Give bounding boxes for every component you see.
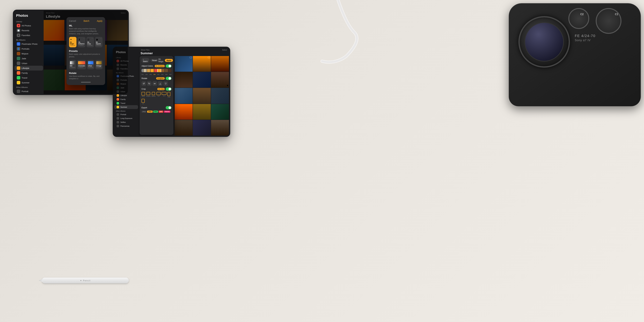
crop-square[interactable]: Square (152, 92, 156, 98)
large-panoramas-icon (116, 125, 119, 127)
rp-4[interactable] (175, 72, 192, 88)
large-selfies-label: Selfies (120, 121, 136, 123)
large-long-exposure-label: Long Exposure (120, 117, 136, 119)
rp-2[interactable] (193, 56, 211, 72)
ipad-small: Photos Library ⊞ All Photos 🕐 Recents ♥ … (13, 10, 129, 95)
flip-h-button[interactable]: ⇔ (152, 81, 157, 86)
sidebar-item-mojave[interactable]: Mojave (14, 51, 43, 56)
ml-panel-header: ‹ Batch Reset ML Magic Apply (142, 58, 172, 63)
rp-5[interactable] (193, 72, 211, 88)
sidebar-item-jade[interactable]: Jade (14, 56, 43, 61)
crop-169-icon (162, 92, 166, 95)
format-jpg-active[interactable]: JPEG (147, 110, 152, 113)
pencil-body: ✦ Pencil (42, 278, 129, 283)
rp-14[interactable] (193, 120, 211, 136)
batch-back-button[interactable]: ‹ Batch (142, 58, 149, 63)
sidebar-item-long-exposure[interactable]: Long Exposure (14, 94, 43, 94)
rotate-right: Straighten (156, 77, 172, 80)
batch-button[interactable]: Batch (84, 20, 89, 22)
sidebar-large-long-exposure[interactable]: Long Exposure (114, 116, 138, 120)
rp-8[interactable] (193, 88, 211, 104)
export-toggle[interactable] (166, 106, 172, 109)
sidebar-large-travel[interactable]: Travel (114, 101, 138, 105)
workflow-ml-square[interactable]: ··· ▣ ML Square 6 actions (95, 37, 102, 47)
bw-sub: 2 actions (70, 67, 75, 68)
sidebar-item-lifestyle[interactable]: Lifestyle (14, 66, 43, 70)
jade-icon (17, 57, 20, 60)
rotate-ccw-button[interactable]: ↺ (142, 81, 146, 86)
sidebar-item-pixelmator[interactable]: Px Pixelmator Photo (14, 42, 43, 46)
sidebar-large-summer[interactable]: Summer (114, 105, 138, 109)
format-jpeg[interactable]: JPEG (142, 110, 146, 113)
crop-169[interactable]: 16:9 (162, 92, 166, 98)
sidebar-item-summer[interactable]: Summer (14, 80, 43, 85)
sidebar-large-panoramas[interactable]: Panoramas (114, 124, 138, 128)
sidebar-item-urban[interactable]: Urban (14, 61, 43, 66)
sidebar-item-all-photos[interactable]: ⊞ All Photos (14, 23, 43, 28)
rp-3[interactable] (211, 56, 229, 72)
travel-icon (17, 76, 20, 80)
sidebar-large-portrait-album[interactable]: Portrait (114, 112, 138, 116)
crop-none[interactable]: None (142, 92, 145, 98)
ml-enhance-sub: 2 actions (78, 44, 84, 46)
sidebar-item-portraits[interactable]: 👤 Portraits (14, 46, 43, 51)
color-strip-labels: 001 002 003 ON 001 002 003 004 (142, 74, 172, 75)
rp-10[interactable] (175, 104, 192, 120)
crop-916[interactable]: 9:16 (168, 92, 170, 98)
rp-15[interactable] (211, 120, 229, 136)
crop-toggle[interactable] (166, 88, 172, 91)
sidebar-large-selfies[interactable]: Selfies (114, 120, 138, 124)
show-files-large[interactable]: Show Files (141, 49, 150, 51)
crop-original[interactable]: Original (146, 92, 150, 98)
travel-label: Travel (22, 77, 41, 79)
format-png[interactable]: PNG (153, 110, 158, 113)
rp-6[interactable]: ♥ (211, 72, 229, 88)
sidebar-item-travel[interactable]: Travel (14, 75, 43, 80)
rp-9[interactable] (211, 88, 229, 104)
rp-7[interactable] (175, 88, 192, 104)
sidebar-item-portrait[interactable]: Portrait (14, 89, 43, 94)
preset-cinematic[interactable]: ··· Cinematic 7 actions (77, 60, 86, 70)
rp-11[interactable] (193, 104, 211, 120)
crop-85[interactable]: 8:5 (156, 92, 161, 98)
ml-apply-button[interactable]: Apply (165, 59, 173, 62)
summer-icon (17, 81, 20, 84)
rotate-cw-button[interactable]: ↻ (147, 81, 152, 86)
crop-label: Crop (142, 88, 146, 90)
rp-12[interactable] (211, 104, 229, 120)
adjust-colors-toggle[interactable] (166, 64, 172, 68)
large-selfies-icon (116, 121, 119, 124)
flip-v-button[interactable]: △ (158, 81, 162, 86)
reset-button[interactable]: Reset (150, 59, 158, 62)
ml-square-label: ML Square (96, 42, 102, 44)
rotate-toggle[interactable] (166, 77, 172, 80)
select-large[interactable]: Select (222, 49, 227, 51)
format-photo[interactable]: PHOTO (164, 110, 170, 113)
ml-enhance-dots: ··· (83, 38, 84, 39)
rp-13[interactable] (175, 120, 192, 136)
cancel-button[interactable]: Cancel (69, 20, 76, 22)
rp-1[interactable] (175, 56, 192, 72)
flip-v2-button[interactable]: ▽ (164, 81, 168, 86)
sidebar-item-family[interactable]: Family (14, 70, 43, 75)
crop-45[interactable]: 4:5 (142, 99, 145, 104)
format-tiff[interactable]: TIFF (158, 110, 163, 113)
apply-button[interactable]: Apply (97, 20, 102, 22)
jade-label: Jade (22, 57, 41, 60)
sidebar-item-recents[interactable]: 🕐 Recents (14, 28, 43, 33)
content-area-large: ‹ Batch Reset ML Magic Apply Adjust Colo… (138, 56, 229, 136)
sidebar-large-family[interactable]: Family (114, 98, 138, 101)
urban-preset-label: Urban (88, 65, 94, 67)
workflow-ml-magic[interactable]: ··· ✦ ML Magic 4 actions (69, 37, 77, 47)
sidebar-large-lifestyle[interactable]: Lifestyle (114, 94, 138, 98)
preset-bw[interactable]: ··· BW 2 actions (69, 60, 76, 70)
sidebar-item-favorites[interactable]: ♥ Favorites (14, 33, 43, 38)
crop-85-icon (156, 92, 161, 95)
workflow-ml-crop[interactable]: ··· ⊡ ML Crop 5 actions (86, 37, 94, 47)
straighten-badge: Straighten (156, 77, 165, 80)
swatch-4 (154, 69, 157, 72)
preset-urban[interactable]: ··· Urban 3 actions (87, 60, 94, 70)
main-header-large: Show Files Select (138, 48, 229, 52)
workflow-ml-enhance[interactable]: ··· ⬆ ML Enhance 2 actions (78, 37, 86, 47)
preset-vintage[interactable]: ··· Vintage 3 actions (95, 60, 102, 70)
